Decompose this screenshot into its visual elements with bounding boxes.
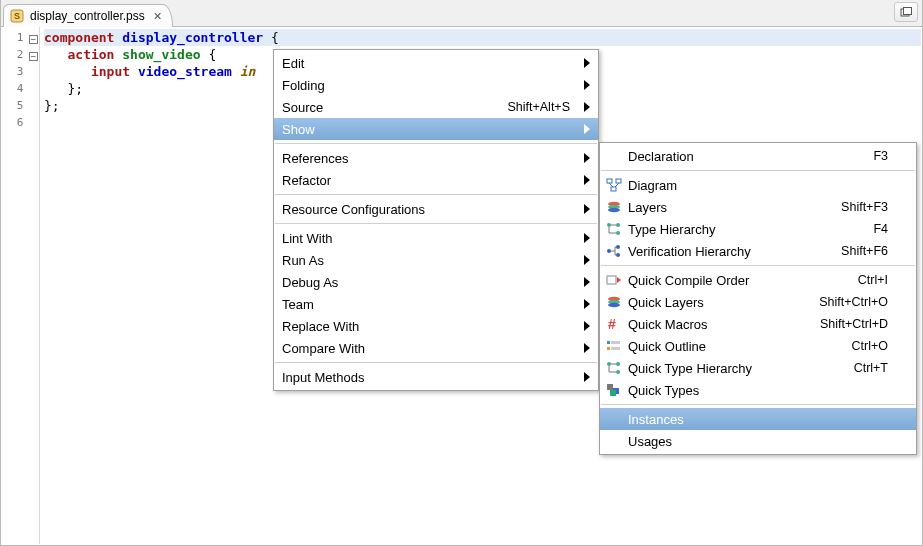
type-h-icon	[604, 360, 624, 376]
menu-item-label: Edit	[282, 56, 590, 71]
types-icon	[604, 382, 624, 398]
svg-point-27	[616, 370, 620, 374]
menu-item-label: Quick Types	[628, 383, 908, 398]
menu-item-label: Quick Layers	[628, 295, 819, 310]
line-number: 5	[2, 97, 27, 114]
svg-rect-22	[611, 341, 620, 344]
show-submenu-item[interactable]: LayersShift+F3	[600, 196, 916, 218]
menu-separator	[275, 362, 597, 363]
show-submenu-item[interactable]: Quick Types	[600, 379, 916, 401]
layers-icon	[604, 199, 624, 215]
menu-separator	[601, 170, 915, 171]
submenu-arrow-icon	[584, 204, 590, 214]
submenu-arrow-icon	[584, 80, 590, 90]
menu-item-shortcut: Ctrl+I	[858, 273, 908, 287]
context-menu-item[interactable]: Team	[274, 293, 598, 315]
blank-icon	[604, 433, 624, 449]
menu-separator	[275, 223, 597, 224]
context-menu-item[interactable]: Edit	[274, 52, 598, 74]
svg-point-13	[607, 249, 611, 253]
show-submenu-item[interactable]: Type HierarchyF4	[600, 218, 916, 240]
submenu-arrow-icon	[584, 321, 590, 331]
editor-window: S display_controller.pss ✕ 1−2−3456 comp…	[0, 0, 923, 546]
menu-item-label: Usages	[628, 434, 908, 449]
submenu-arrow-icon	[584, 372, 590, 382]
menu-item-label: Input Methods	[282, 370, 590, 385]
svg-point-11	[616, 223, 620, 227]
show-submenu[interactable]: DeclarationF3DiagramLayersShift+F3Type H…	[599, 142, 917, 455]
context-menu-item[interactable]: Refactor	[274, 169, 598, 191]
menu-item-label: Quick Type Hierarchy	[628, 361, 854, 376]
quick-comp-icon	[604, 272, 624, 288]
context-menu-item[interactable]: References	[274, 147, 598, 169]
svg-text:S: S	[14, 11, 20, 21]
blank-icon	[604, 411, 624, 427]
file-icon: S	[10, 9, 24, 23]
show-submenu-item[interactable]: Quick LayersShift+Ctrl+O	[600, 291, 916, 313]
svg-point-14	[616, 245, 620, 249]
menu-item-label: Show	[282, 122, 590, 137]
show-submenu-item[interactable]: Quick Type HierarchyCtrl+T	[600, 357, 916, 379]
show-submenu-item[interactable]: Instances	[600, 408, 916, 430]
svg-point-10	[607, 223, 611, 227]
menu-item-label: Declaration	[628, 149, 873, 164]
menu-item-label: References	[282, 151, 590, 166]
svg-point-19	[608, 303, 620, 307]
svg-rect-30	[610, 390, 616, 396]
svg-rect-28	[607, 384, 613, 390]
close-tab-icon[interactable]: ✕	[153, 10, 162, 23]
menu-item-label: Refactor	[282, 173, 590, 188]
menu-item-label: Diagram	[628, 178, 908, 193]
fold-toggle-icon[interactable]: −	[29, 52, 38, 61]
context-menu-item[interactable]: Lint With	[274, 227, 598, 249]
hash-icon: #	[604, 316, 624, 332]
show-submenu-item[interactable]: #Quick MacrosShift+Ctrl+D	[600, 313, 916, 335]
show-submenu-item[interactable]: Quick OutlineCtrl+O	[600, 335, 916, 357]
context-menu-item[interactable]: Compare With	[274, 337, 598, 359]
context-menu-item[interactable]: Debug As	[274, 271, 598, 293]
show-submenu-item[interactable]: DeclarationF3	[600, 145, 916, 167]
fold-toggle-icon[interactable]: −	[29, 35, 38, 44]
show-submenu-item[interactable]: Diagram	[600, 174, 916, 196]
menu-item-shortcut: F4	[873, 222, 908, 236]
layers-icon	[604, 294, 624, 310]
line-number: 2	[2, 46, 27, 63]
context-menu-item[interactable]: SourceShift+Alt+S	[274, 96, 598, 118]
submenu-arrow-icon	[584, 343, 590, 353]
submenu-arrow-icon	[584, 153, 590, 163]
code-line[interactable]: component display_controller {	[44, 29, 921, 46]
svg-point-12	[616, 231, 620, 235]
menu-separator	[601, 265, 915, 266]
menu-item-label: Replace With	[282, 319, 590, 334]
menu-item-label: Quick Macros	[628, 317, 820, 332]
context-menu[interactable]: EditFoldingSourceShift+Alt+SShowReferenc…	[273, 49, 599, 391]
menu-separator	[275, 194, 597, 195]
show-submenu-item[interactable]: Quick Compile OrderCtrl+I	[600, 269, 916, 291]
toolbar-restore-button[interactable]	[894, 2, 918, 22]
context-menu-item[interactable]: Show	[274, 118, 598, 140]
context-menu-item[interactable]: Resource Configurations	[274, 198, 598, 220]
menu-item-label: Verification Hierarchy	[628, 244, 841, 259]
svg-rect-5	[616, 179, 621, 183]
svg-rect-4	[607, 179, 612, 183]
menu-item-label: Resource Configurations	[282, 202, 590, 217]
svg-point-25	[607, 362, 611, 366]
show-submenu-item[interactable]: Verification HierarchyShift+F6	[600, 240, 916, 262]
context-menu-item[interactable]: Replace With	[274, 315, 598, 337]
context-menu-item[interactable]: Folding	[274, 74, 598, 96]
menu-item-shortcut: Ctrl+T	[854, 361, 908, 375]
svg-rect-23	[607, 347, 610, 350]
menu-item-shortcut: Shift+F6	[841, 244, 908, 258]
editor-tab[interactable]: S display_controller.pss ✕	[3, 4, 173, 27]
menu-item-label: Layers	[628, 200, 841, 215]
context-menu-item[interactable]: Input Methods	[274, 366, 598, 388]
svg-rect-3	[904, 8, 912, 15]
context-menu-item[interactable]: Run As	[274, 249, 598, 271]
menu-item-shortcut: F3	[873, 149, 908, 163]
menu-item-label: Run As	[282, 253, 590, 268]
tab-filename: display_controller.pss	[30, 9, 145, 23]
submenu-arrow-icon	[584, 102, 590, 112]
show-submenu-item[interactable]: Usages	[600, 430, 916, 452]
svg-rect-24	[611, 347, 620, 350]
menu-item-label: Lint With	[282, 231, 590, 246]
